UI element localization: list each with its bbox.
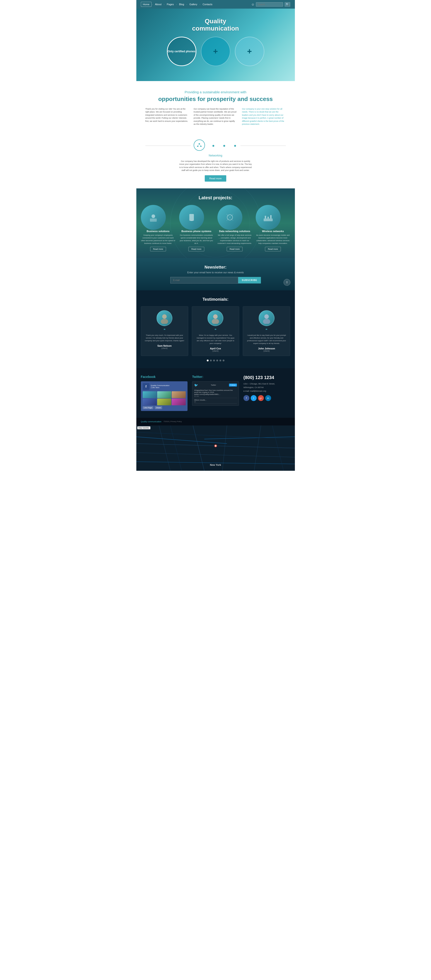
nav-contacts[interactable]: Contacts	[201, 2, 214, 6]
nav-about[interactable]: About	[153, 2, 163, 6]
svg-rect-6	[150, 218, 157, 222]
svg-point-16	[162, 314, 167, 319]
project-btn-1[interactable]: Read more	[150, 247, 166, 251]
social-googleplus-icon[interactable]: g+	[258, 395, 264, 401]
twitter-handle: Twitter	[211, 384, 216, 386]
net-description: Our company has developed the right mix …	[180, 160, 252, 172]
quote-icon-1: ❝	[145, 328, 184, 332]
hero-circles: Only certified phones + +	[141, 37, 290, 66]
project-btn-3[interactable]: Read more	[227, 247, 243, 251]
newsletter-email-input[interactable]	[170, 277, 238, 283]
subscribe-button[interactable]: SUBSCRIBE	[238, 277, 261, 283]
svg-point-17	[161, 319, 168, 324]
svg-line-3	[198, 144, 199, 146]
hero-circle-3: +	[235, 37, 264, 66]
net-dots-row	[145, 140, 286, 152]
tweet-time-1: 31 min	[194, 395, 237, 397]
navbar: Home - About - Pages - Blog - Gallery - …	[136, 0, 295, 9]
project-cards: Business solutions Keeping your company'…	[141, 205, 290, 251]
scroll-top-button[interactable]: ⇧	[283, 279, 290, 286]
testimonial-role-2: (client)	[196, 350, 235, 352]
tdot-5[interactable]	[219, 360, 221, 361]
plus-icon-1: +	[213, 47, 218, 56]
fb-like-button[interactable]: Like Page	[143, 406, 154, 409]
footer-widgets: Facebook f Quality Communication 1,061 l…	[136, 368, 295, 418]
social-twitter-icon[interactable]: t	[251, 395, 257, 401]
footer-links: Quality communication ©2016 | Privacy Po…	[141, 420, 182, 423]
hero-circle-2: +	[201, 37, 230, 66]
tdot-1[interactable]	[207, 360, 208, 361]
tdot-3[interactable]	[213, 360, 215, 361]
user-icon[interactable]: ☺	[251, 3, 254, 6]
project-card-3: Data networking solutions We offer a ful…	[218, 205, 252, 251]
project-card-4: Wireless networks As users become increa…	[256, 205, 290, 251]
project-card-2: Business phone systems Our business comm…	[179, 205, 214, 251]
tdot-6[interactable]	[223, 360, 224, 361]
fb-thumb-2	[157, 391, 171, 398]
twitter-follow-button[interactable]: Follow	[229, 383, 237, 387]
svg-point-20	[264, 314, 269, 319]
tdot-2[interactable]	[210, 360, 212, 361]
project-desc-2: Our business communication consultants s…	[179, 234, 214, 245]
project-card-1: Business solutions Keeping your company'…	[141, 205, 175, 251]
testimonial-name-2: April Cox	[196, 347, 235, 350]
testimonial-card-1: ❝ Thank you very much, I'm impressed wit…	[141, 306, 188, 356]
fb-actions: Like Page Share	[143, 406, 186, 409]
tweet-time-2: 1h	[194, 401, 237, 402]
nav-links: Home - About - Pages - Blog - Gallery - …	[141, 2, 251, 7]
footer-bottom: Quality communication ©2016 | Privacy Po…	[136, 418, 295, 425]
testimonial-card-3: ❝ I would just like to say thank you for…	[243, 306, 290, 356]
nav-sep-5: -	[200, 3, 200, 6]
svg-point-19	[212, 319, 219, 324]
project-img-2	[179, 205, 204, 230]
testimonial-card-2: ❝ Wow, I'm so happy with your service. Y…	[192, 306, 239, 356]
testimonial-text-1: Thank you very much, I'm impressed with …	[145, 334, 184, 342]
project-desc-1: Keeping your company's employees connect…	[141, 234, 175, 245]
project-title-2: Business phone systems	[179, 230, 214, 232]
facebook-widget-title: Facebook	[141, 375, 188, 379]
fb-header: f Quality Communication 1,061 likes	[143, 383, 186, 390]
newsletter-section: Newsletter: Enter your email here to rec…	[136, 258, 295, 290]
fb-thumb-6	[172, 399, 186, 405]
net-dot-2	[223, 145, 225, 147]
testimonial-role-1: (client)	[145, 347, 184, 349]
twitter-widget-title: Twitter:	[192, 375, 239, 379]
projects-title: Latest projects:	[141, 195, 290, 200]
nav-blog[interactable]: Blog	[177, 2, 186, 6]
testimonial-avatar-3	[259, 310, 275, 326]
project-btn-4[interactable]: Read more	[265, 247, 281, 251]
social-linkedin-icon[interactable]: in	[265, 395, 271, 401]
facebook-widget: Facebook f Quality Communication 1,061 l…	[141, 375, 188, 411]
footer-brand-link[interactable]: Quality communication	[141, 420, 162, 423]
fb-page-name: Quality Communication	[151, 385, 170, 387]
svg-rect-0	[199, 143, 200, 144]
newsletter-title: Newsletter:	[141, 265, 290, 270]
project-btn-2[interactable]: Read more	[188, 247, 205, 251]
avatar-img-1	[157, 310, 172, 326]
project-desc-4: As users become increasingly mobile and …	[256, 234, 290, 245]
fb-logo-icon: f	[143, 383, 149, 390]
nav-pages[interactable]: Pages	[165, 2, 175, 6]
networking-section: Networking Our company has developed the…	[136, 137, 295, 188]
search-input[interactable]	[256, 2, 283, 6]
sustain-cols: Thank you for visiting our site! You are…	[145, 108, 286, 126]
contact-widget: (800) 123 1234 USA – Chicago, 861 East E…	[243, 375, 290, 411]
read-more-button[interactable]: Read more	[205, 175, 226, 181]
testimonial-name-1: Sam Nelson	[145, 344, 184, 347]
fb-likes: 1,061 likes	[151, 387, 170, 388]
search-button[interactable]: 🔍	[285, 2, 290, 7]
testimonials-cards: ❝ Thank you very much, I'm impressed wit…	[141, 306, 290, 356]
sustain-subtitle: Providing a sustainable environment with	[145, 90, 286, 94]
tdot-4[interactable]	[216, 360, 218, 361]
svg-point-36	[215, 445, 216, 447]
map-label[interactable]: Map Satellite	[137, 426, 150, 429]
nav-home[interactable]: Home	[141, 2, 151, 7]
project-title-4: Wireless networks	[256, 230, 290, 232]
svg-rect-14	[267, 217, 269, 218]
nav-gallery[interactable]: Gallery	[188, 2, 199, 6]
hero-section: Qualitycommunication Only certified phon…	[136, 9, 295, 81]
social-facebook-icon[interactable]: f	[243, 395, 250, 401]
fb-share-button[interactable]: Share	[155, 406, 162, 409]
twitter-box: 🐦 Twitter Follow #HappyNewYear! See how …	[192, 381, 239, 406]
svg-rect-12	[264, 218, 273, 221]
